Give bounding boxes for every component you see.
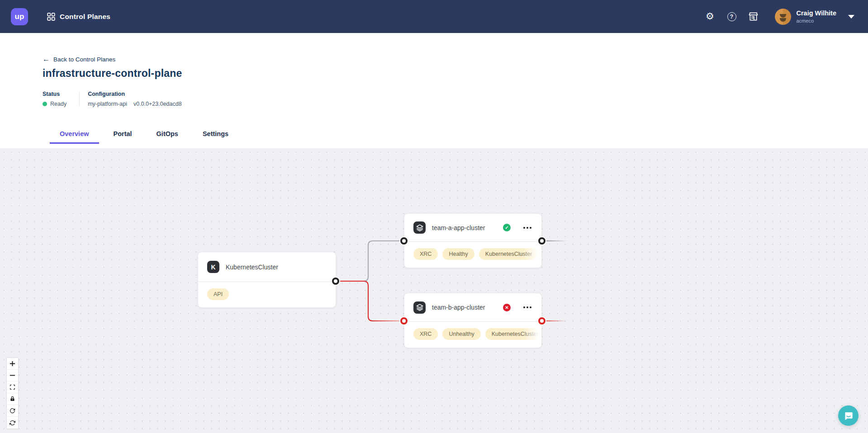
badge-xrc: XRC bbox=[413, 328, 438, 340]
handle-team-a-right[interactable] bbox=[538, 237, 545, 245]
plus-icon bbox=[9, 361, 15, 367]
configuration-version: v0.0.0+23.0edacd8 bbox=[133, 101, 182, 107]
canvas-controls bbox=[6, 358, 19, 429]
help-button[interactable]: ? bbox=[724, 9, 740, 24]
node-kubernetes-cluster[interactable]: K KubernetesCluster API bbox=[198, 252, 336, 308]
handle-team-b-left[interactable] bbox=[400, 317, 408, 325]
back-arrow-icon: ← bbox=[43, 56, 50, 63]
node-label: team-a-app-cluster bbox=[432, 224, 497, 231]
badge-kind: KubernetesCluster bbox=[485, 328, 541, 340]
topology-canvas[interactable]: K KubernetesCluster API team-a-app-clust… bbox=[0, 148, 868, 433]
tab-overview[interactable]: Overview bbox=[50, 125, 99, 144]
badge-api: API bbox=[207, 288, 229, 300]
node-team-a-app-cluster[interactable]: team-a-app-cluster ✓ XRC Healthy Kuberne… bbox=[404, 213, 542, 268]
page-title: infrastructure-control-plane bbox=[43, 67, 868, 80]
caret-down-icon bbox=[848, 15, 854, 19]
sync-button[interactable] bbox=[7, 417, 18, 428]
node-label: team-b-app-cluster bbox=[432, 304, 497, 311]
app-title: Control Planes bbox=[60, 13, 110, 21]
node-team-b-app-cluster[interactable]: team-b-app-cluster ✕ XRC Unhealthy Kuber… bbox=[404, 293, 542, 348]
upbound-logo-text: up bbox=[15, 12, 24, 21]
tab-portal[interactable]: Portal bbox=[104, 125, 142, 144]
back-link-label: Back to Control Planes bbox=[53, 56, 115, 63]
node-label: KubernetesCluster bbox=[226, 264, 327, 271]
chat-launcher-button[interactable] bbox=[838, 405, 859, 426]
upbound-logo[interactable]: up bbox=[11, 8, 28, 25]
handle-cluster-right[interactable] bbox=[332, 278, 339, 285]
healthy-check-icon: ✓ bbox=[503, 224, 511, 231]
settings-button[interactable]: ⚙ bbox=[702, 9, 718, 24]
tab-bar: Overview Portal GitOps Settings bbox=[43, 125, 868, 144]
rotate-icon bbox=[9, 408, 15, 414]
rotate-button[interactable] bbox=[7, 405, 18, 417]
chat-icon bbox=[844, 411, 854, 421]
status-label: Status bbox=[43, 91, 66, 97]
badge-xrc: XRC bbox=[413, 248, 438, 260]
tab-gitops[interactable]: GitOps bbox=[147, 125, 188, 144]
fit-view-button[interactable] bbox=[7, 381, 18, 393]
zoom-out-button[interactable] bbox=[7, 370, 18, 381]
configuration-label: Configuration bbox=[88, 91, 182, 97]
user-name: Craig Wilhite bbox=[797, 9, 837, 17]
unhealthy-x-icon: ✕ bbox=[503, 304, 511, 311]
kubernetes-icon: K bbox=[207, 261, 219, 273]
marketplace-button[interactable] bbox=[746, 9, 761, 24]
marketplace-icon bbox=[748, 12, 759, 21]
top-navbar: up Control Planes ⚙ ? bbox=[0, 0, 868, 33]
page-header: ← Back to Control Planes infrastructure-… bbox=[0, 33, 868, 148]
fit-view-icon bbox=[9, 384, 15, 390]
help-icon: ? bbox=[727, 12, 736, 21]
layers-icon bbox=[413, 301, 426, 314]
back-link[interactable]: ← Back to Control Planes bbox=[43, 56, 115, 63]
minus-icon bbox=[9, 372, 15, 378]
badge-kind: KubernetesCluster bbox=[479, 248, 539, 260]
zoom-in-button[interactable] bbox=[7, 358, 18, 370]
avatar bbox=[775, 9, 791, 25]
kubernetes-icon-glyph: K bbox=[211, 264, 215, 271]
node-menu-button[interactable] bbox=[522, 305, 532, 310]
status-value: Ready bbox=[50, 101, 66, 107]
gear-icon: ⚙ bbox=[706, 12, 714, 21]
handle-team-a-left[interactable] bbox=[400, 237, 408, 245]
edges-layer bbox=[0, 148, 868, 433]
status-dot-icon bbox=[43, 102, 47, 106]
badge-unhealthy: Unhealthy bbox=[442, 328, 480, 340]
status-section: Status Ready bbox=[43, 91, 66, 107]
lock-icon bbox=[9, 396, 15, 402]
grid-icon bbox=[47, 13, 55, 21]
configuration-name: my-platform-api bbox=[88, 101, 127, 107]
configuration-section: Configuration my-platform-api v0.0.0+23.… bbox=[88, 91, 182, 107]
tab-settings[interactable]: Settings bbox=[193, 125, 238, 144]
node-menu-button[interactable] bbox=[522, 225, 532, 231]
sync-icon bbox=[9, 420, 15, 426]
layers-icon bbox=[413, 221, 426, 234]
lock-button[interactable] bbox=[7, 393, 18, 405]
badge-healthy: Healthy bbox=[442, 248, 474, 260]
edge-cluster-to-team-a bbox=[336, 241, 404, 281]
meta-divider bbox=[79, 91, 80, 107]
user-menu[interactable]: Craig Wilhite acmeco bbox=[775, 9, 855, 25]
handle-team-b-right[interactable] bbox=[538, 317, 545, 325]
user-org: acmeco bbox=[797, 18, 837, 24]
edge-cluster-to-team-b bbox=[336, 281, 404, 321]
